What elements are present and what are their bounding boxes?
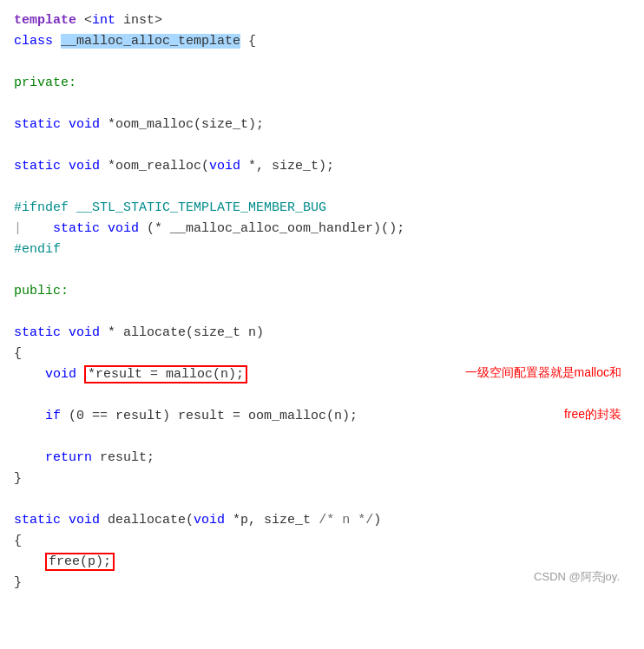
code-line-endif: #endif <box>14 239 630 260</box>
boxed-result: *result = malloc(n); <box>84 365 247 384</box>
keyword-void4: void <box>108 221 139 236</box>
keyword-void3: void <box>209 159 240 174</box>
code-line-5 <box>14 94 630 115</box>
preprocessor-endif: #endif <box>14 242 61 257</box>
annotation-line2: free的封装 <box>564 404 621 423</box>
keyword-int: int <box>92 13 115 28</box>
keyword-void1: void <box>69 117 100 132</box>
code-line-public: public: <box>14 281 630 302</box>
code-line-7 <box>14 135 630 156</box>
keyword-void7: void <box>69 513 100 528</box>
keyword-static4: static <box>14 325 61 340</box>
class-name: __malloc_alloc_template <box>61 34 240 49</box>
keyword-void2: void <box>69 159 100 174</box>
code-line-9 <box>14 177 630 198</box>
code-line-handler: | static void (* __malloc_alloc_oom_hand… <box>14 219 630 239</box>
code-line-8: static void *oom_realloc(void *, size_t)… <box>14 156 630 177</box>
keyword-static5: static <box>14 513 61 528</box>
keyword-void5: void <box>69 325 100 340</box>
code-line-open-brace2: { <box>14 531 630 552</box>
keyword-private: private: <box>14 75 76 90</box>
code-line-2: class __malloc_alloc_template { <box>14 31 630 52</box>
code-line-6: static void *oom_malloc(size_t); <box>14 115 630 135</box>
code-line-close-brace1: } <box>14 469 630 489</box>
code-line-13 <box>14 260 630 281</box>
keyword-static2: static <box>14 159 61 174</box>
keyword-template: template <box>14 13 76 28</box>
code-container: template <int inst> class __malloc_alloc… <box>14 10 630 593</box>
boxed-free: free(p); <box>45 553 115 571</box>
code-line-15 <box>14 302 630 323</box>
code-line-open-brace1: { <box>14 344 630 364</box>
code-line-result: void *result = malloc(n); 一级空间配置器就是mallo… <box>14 364 630 406</box>
code-line-return: return result; <box>14 448 630 469</box>
preprocessor-ifndef: #ifndef __STL_STATIC_TEMPLATE_MEMBER_BUG <box>14 200 326 215</box>
keyword-class: class <box>14 34 53 49</box>
code-line-allocate: static void * allocate(size_t n) <box>14 323 630 344</box>
code-line-ifndef: #ifndef __STL_STATIC_TEMPLATE_MEMBER_BUG <box>14 198 630 219</box>
code-line-22 <box>14 489 630 510</box>
keyword-static3: static <box>53 221 100 236</box>
keyword-static1: static <box>14 117 61 132</box>
code-line-if: if (0 == result) result = oom_malloc(n);… <box>14 406 630 448</box>
keyword-public: public: <box>14 284 69 298</box>
keyword-if: if <box>45 409 61 423</box>
keyword-void8: void <box>194 513 225 528</box>
code-line-1: template <int inst> <box>14 10 630 31</box>
code-line-3 <box>14 52 630 73</box>
code-line-private: private: <box>14 73 630 94</box>
keyword-void6: void <box>45 367 76 382</box>
keyword-return: return <box>45 450 92 465</box>
watermark: CSDN @阿亮joy. <box>534 568 620 587</box>
annotation-line1: 一级空间配置器就是malloc和 <box>465 363 621 382</box>
code-line-deallocate: static void deallocate(void *p, size_t /… <box>14 510 630 531</box>
